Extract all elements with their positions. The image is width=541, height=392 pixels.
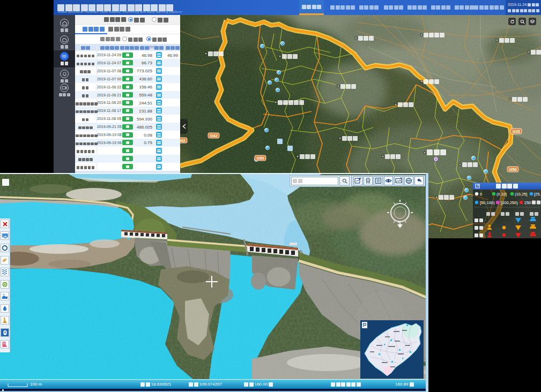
svg-text:[50,100): [50,100) xyxy=(480,200,495,205)
svg-text:[100,250): [100,250) xyxy=(501,200,518,205)
svg-text:G42: G42 xyxy=(210,133,217,138)
svg-text:(10,25]: (10,25] xyxy=(515,192,527,197)
svg-text:[25,: [25, xyxy=(534,192,541,197)
svg-text:N: N xyxy=(398,220,401,224)
svg-text:G35: G35 xyxy=(512,129,520,134)
svg-text:250: 250 xyxy=(524,200,531,205)
svg-text:0: 0 xyxy=(480,192,482,197)
svg-text:G42: G42 xyxy=(180,138,186,143)
svg-text:G50: G50 xyxy=(509,167,516,172)
svg-text:G50: G50 xyxy=(256,156,264,161)
svg-text:(0,10]: (0,10] xyxy=(496,192,507,197)
